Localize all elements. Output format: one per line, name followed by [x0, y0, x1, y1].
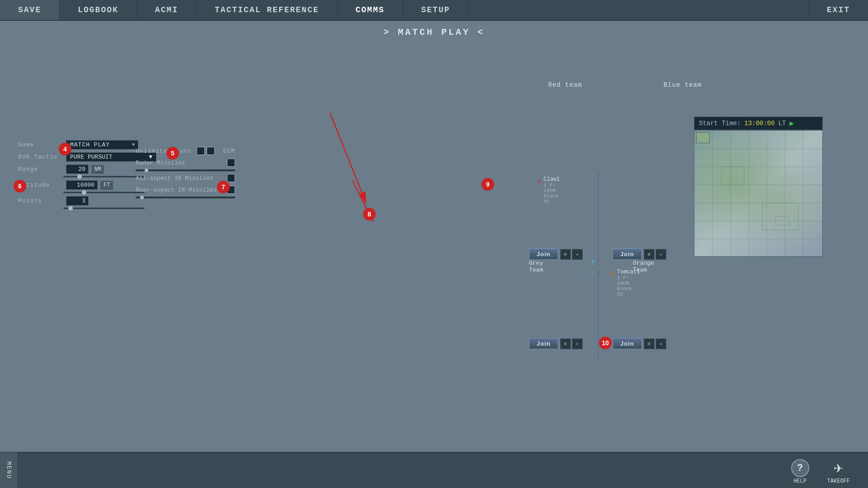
orange-team-join-button[interactable]: Join [613, 249, 642, 260]
radar-missiles-checkbox[interactable] [227, 159, 235, 167]
nav-save[interactable]: SAVE [0, 0, 60, 20]
game-dropdown[interactable]: MATCH PLAY [66, 140, 138, 150]
map-header: Start Time: 13:00:00 LT ▶ [694, 117, 823, 130]
start-time-label: Start Time: [699, 120, 741, 127]
points-label: Points [18, 197, 63, 204]
blue-team-header: Blue team [624, 81, 741, 89]
red-aircraft-type: 1 F-16CM Block 52 [543, 183, 560, 204]
battlefield-area: Red team Blue team + ✈ Claw1 1 F-16CM Bl… [253, 81, 488, 285]
mini-map-image[interactable] [694, 130, 823, 257]
svg-rect-18 [722, 167, 744, 185]
allaspect-checkbox[interactable] [227, 174, 235, 182]
nav-setup[interactable]: SETUP [403, 0, 469, 20]
game-label: Game [18, 141, 63, 148]
orange-slot-icon-1[interactable]: ⚙ [644, 249, 655, 260]
takeoff-button[interactable]: ✈ TAKEOFF [827, 458, 850, 484]
bottom-orange-join-row: Join ⚙ ✈ [613, 338, 666, 349]
map-time-value: 13:00:00 [744, 120, 774, 127]
range-label: Range [18, 166, 63, 173]
allaspect-row: All-aspect IR Missiles [136, 174, 235, 182]
badge-6: 6 [14, 180, 26, 192]
map-overlay-svg [694, 131, 822, 256]
help-icon: ? [791, 459, 809, 477]
altitude-value: 16000 [66, 180, 98, 190]
bottom-orange-join-button[interactable]: Join [613, 338, 642, 349]
badge-8: 8 [363, 208, 376, 221]
badge-7: 7 [217, 181, 230, 193]
unlimited-guns-option2[interactable] [207, 147, 215, 155]
altitude-unit: FT [100, 181, 113, 190]
page-title: > MATCH PLAY < [0, 27, 868, 38]
range-unit: NM [91, 165, 104, 174]
grey-team-label: Grey Team [529, 260, 543, 273]
help-label: HELP [793, 478, 807, 484]
grey-slot-icon-1[interactable]: ⚙ [560, 249, 571, 260]
unlimited-guns-label: Unlimited Guns [136, 148, 191, 155]
radar-missiles-row: Radar Missiles [136, 159, 235, 167]
orange-team-join-row: Join ⚙ ✈ [613, 249, 666, 260]
rearaspect-label: Rear-aspect IR Missiles [136, 187, 217, 193]
altitude-slider[interactable] [63, 192, 145, 193]
menu-tab[interactable]: MENU [0, 452, 18, 488]
map-timezone: LT [778, 120, 786, 127]
bottom-grey-slot-2[interactable]: ✈ [572, 338, 583, 349]
bottom-orange-slot-2[interactable]: ✈ [656, 338, 666, 349]
bottom-grey-join-button[interactable]: Join [529, 338, 558, 349]
grey-slot-icon-2[interactable]: ✈ [572, 249, 583, 260]
orange-aircraft-icon: ✈ [610, 269, 615, 279]
nav-acmi[interactable]: ACMI [137, 0, 197, 20]
map-go-icon[interactable]: ▶ [789, 119, 794, 128]
map-thumbnail [696, 132, 710, 143]
badge-5: 5 [166, 147, 179, 160]
grey-team-join-row: Join ⚙ ✈ [529, 249, 583, 260]
badge-4: 4 [59, 143, 71, 155]
bottom-orange-slot-1[interactable]: ⚙ [644, 338, 655, 349]
help-button[interactable]: ? HELP [791, 459, 809, 484]
nav-exit[interactable]: EXIT [808, 0, 868, 20]
points-value: 3 [66, 196, 89, 206]
center-plus-icon: + [597, 266, 599, 271]
bottom-grey-slot-1[interactable]: ⚙ [560, 338, 571, 349]
orange-aircraft-entry: ✈ Tomcat1 1 F-16CM Block 52 [610, 269, 640, 297]
bottom-grey-join-row: Join ⚙ ✈ [529, 338, 583, 349]
mini-map-panel: Start Time: 13:00:00 LT ▶ [694, 117, 823, 257]
bottom-right-actions: ? HELP ✈ TAKEOFF [791, 458, 850, 484]
nav-tactical-reference[interactable]: TACTICAL REFERENCE [197, 0, 337, 20]
top-navigation: SAVE LOGBOOK ACMI TACTICAL REFERENCE COM… [0, 0, 868, 21]
nav-logbook[interactable]: LOGBOOK [60, 0, 137, 20]
orange-pilot-name: Tomcat1 [617, 269, 640, 275]
allaspect-label: All-aspect IR Missiles [136, 175, 213, 182]
bvr-label: BVR Tactic [18, 154, 63, 160]
red-add-icon: + [531, 176, 535, 183]
orange-aircraft-type: 1 F-16CM Block 52 [617, 275, 640, 297]
takeoff-aircraft-icon: ✈ [834, 458, 843, 477]
red-team-header: Red team [506, 81, 624, 89]
takeoff-label: TAKEOFF [827, 478, 850, 484]
badge-9: 9 [481, 178, 494, 191]
center-aircraft-icons: ✈⚔ [590, 255, 595, 278]
red-aircraft-entry: + ✈ Claw1 1 F-16CM Block 52 [531, 176, 560, 204]
bottom-bar: MENU ? HELP ✈ TAKEOFF [0, 452, 868, 488]
range-slider[interactable] [63, 176, 145, 178]
ecm-label: ECM [223, 148, 235, 155]
badge-10: 10 [599, 337, 612, 349]
red-aircraft-icon: ✈ [537, 176, 542, 186]
unlimited-guns-checkbox[interactable] [197, 147, 205, 155]
orange-slot-icon-2[interactable]: ✈ [656, 249, 666, 260]
points-slider[interactable] [63, 207, 145, 209]
grey-team-join-button[interactable]: Join [529, 249, 558, 260]
range-value: 20 [66, 164, 89, 174]
nav-comms[interactable]: COMMS [338, 0, 403, 20]
red-pilot-name: Claw1 [543, 176, 560, 183]
radar-missiles-label: Radar Missiles [136, 160, 185, 166]
